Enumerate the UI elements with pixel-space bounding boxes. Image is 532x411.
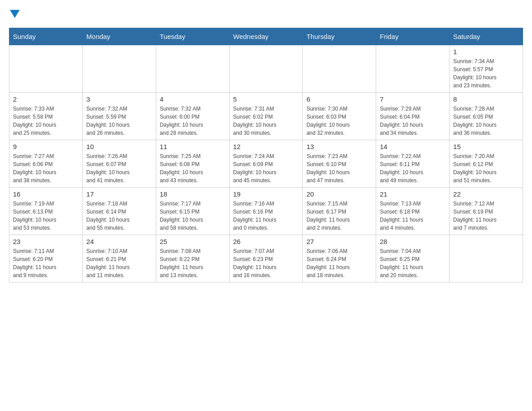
day-info: Sunrise: 7:30 AM Sunset: 6:03 PM Dayligh…: [306, 105, 372, 137]
day-number: 28: [380, 238, 446, 245]
day-info: Sunrise: 7:23 AM Sunset: 6:10 PM Dayligh…: [306, 152, 372, 184]
day-info: Sunrise: 7:31 AM Sunset: 6:02 PM Dayligh…: [233, 105, 299, 137]
weekday-header-thursday: Thursday: [303, 28, 376, 45]
calendar-cell: 3Sunrise: 7:32 AM Sunset: 5:59 PM Daylig…: [82, 93, 156, 140]
calendar-cell: 6Sunrise: 7:30 AM Sunset: 6:03 PM Daylig…: [303, 93, 376, 140]
logo: [9, 9, 20, 19]
calendar-cell: [82, 45, 156, 93]
day-number: 8: [453, 95, 519, 103]
day-number: 9: [13, 143, 79, 150]
weekday-header-row: SundayMondayTuesdayWednesdayThursdayFrid…: [9, 28, 523, 45]
day-info: Sunrise: 7:13 AM Sunset: 6:18 PM Dayligh…: [380, 200, 446, 232]
day-info: Sunrise: 7:15 AM Sunset: 6:17 PM Dayligh…: [306, 200, 372, 232]
day-number: 10: [86, 143, 152, 150]
calendar-cell: 18Sunrise: 7:17 AM Sunset: 6:15 PM Dayli…: [156, 188, 229, 235]
day-info: Sunrise: 7:34 AM Sunset: 5:57 PM Dayligh…: [453, 57, 519, 90]
day-info: Sunrise: 7:16 AM Sunset: 6:16 PM Dayligh…: [233, 200, 299, 232]
day-number: 25: [160, 238, 226, 245]
day-info: Sunrise: 7:32 AM Sunset: 5:59 PM Dayligh…: [86, 105, 152, 137]
day-number: 6: [306, 95, 372, 103]
day-number: 13: [306, 143, 372, 150]
calendar-week-5: 23Sunrise: 7:11 AM Sunset: 6:20 PM Dayli…: [9, 235, 523, 283]
calendar-cell: 12Sunrise: 7:24 AM Sunset: 6:09 PM Dayli…: [229, 140, 303, 188]
day-number: 14: [380, 143, 446, 150]
calendar-cell: 17Sunrise: 7:18 AM Sunset: 6:14 PM Dayli…: [82, 188, 156, 235]
page-header: [9, 9, 523, 19]
day-info: Sunrise: 7:24 AM Sunset: 6:09 PM Dayligh…: [233, 152, 299, 184]
calendar-cell: 10Sunrise: 7:26 AM Sunset: 6:07 PM Dayli…: [82, 140, 156, 188]
weekday-header-friday: Friday: [376, 28, 450, 45]
calendar-cell: [450, 235, 523, 283]
calendar-cell: 25Sunrise: 7:08 AM Sunset: 6:22 PM Dayli…: [156, 235, 229, 283]
calendar-cell: [303, 45, 376, 93]
calendar-cell: 24Sunrise: 7:10 AM Sunset: 6:21 PM Dayli…: [82, 235, 156, 283]
day-info: Sunrise: 7:06 AM Sunset: 6:24 PM Dayligh…: [306, 247, 372, 279]
weekday-header-wednesday: Wednesday: [229, 28, 303, 45]
day-info: Sunrise: 7:10 AM Sunset: 6:21 PM Dayligh…: [86, 247, 152, 279]
weekday-header-tuesday: Tuesday: [156, 28, 229, 45]
calendar-week-1: 1Sunrise: 7:34 AM Sunset: 5:57 PM Daylig…: [9, 45, 523, 93]
day-number: 16: [13, 190, 79, 198]
day-number: 4: [160, 95, 226, 103]
calendar-cell: 7Sunrise: 7:29 AM Sunset: 6:04 PM Daylig…: [376, 93, 450, 140]
calendar-cell: 13Sunrise: 7:23 AM Sunset: 6:10 PM Dayli…: [303, 140, 376, 188]
day-info: Sunrise: 7:11 AM Sunset: 6:20 PM Dayligh…: [13, 247, 79, 279]
day-number: 1: [453, 48, 519, 56]
day-number: 20: [306, 190, 372, 198]
day-number: 2: [13, 95, 79, 103]
day-info: Sunrise: 7:19 AM Sunset: 6:13 PM Dayligh…: [13, 200, 79, 232]
calendar-cell: 9Sunrise: 7:27 AM Sunset: 6:06 PM Daylig…: [9, 140, 83, 188]
day-info: Sunrise: 7:12 AM Sunset: 6:19 PM Dayligh…: [453, 200, 519, 232]
day-info: Sunrise: 7:33 AM Sunset: 5:58 PM Dayligh…: [13, 105, 79, 137]
weekday-header-sunday: Sunday: [9, 28, 83, 45]
calendar-cell: [229, 45, 303, 93]
calendar-cell: 22Sunrise: 7:12 AM Sunset: 6:19 PM Dayli…: [450, 188, 523, 235]
calendar-cell: 8Sunrise: 7:28 AM Sunset: 6:05 PM Daylig…: [450, 93, 523, 140]
calendar-cell: 4Sunrise: 7:32 AM Sunset: 6:00 PM Daylig…: [156, 93, 229, 140]
calendar-cell: 27Sunrise: 7:06 AM Sunset: 6:24 PM Dayli…: [303, 235, 376, 283]
day-info: Sunrise: 7:17 AM Sunset: 6:15 PM Dayligh…: [160, 200, 226, 232]
day-number: 5: [233, 95, 299, 103]
day-number: 3: [86, 95, 152, 103]
calendar-cell: [9, 45, 83, 93]
calendar-cell: 2Sunrise: 7:33 AM Sunset: 5:58 PM Daylig…: [9, 93, 83, 140]
weekday-header-monday: Monday: [82, 28, 156, 45]
day-info: Sunrise: 7:25 AM Sunset: 6:08 PM Dayligh…: [160, 152, 226, 184]
calendar-week-2: 2Sunrise: 7:33 AM Sunset: 5:58 PM Daylig…: [9, 93, 523, 140]
calendar-cell: 20Sunrise: 7:15 AM Sunset: 6:17 PM Dayli…: [303, 188, 376, 235]
day-info: Sunrise: 7:22 AM Sunset: 6:11 PM Dayligh…: [380, 152, 446, 184]
day-info: Sunrise: 7:27 AM Sunset: 6:06 PM Dayligh…: [13, 152, 79, 184]
day-info: Sunrise: 7:04 AM Sunset: 6:25 PM Dayligh…: [380, 247, 446, 279]
calendar-cell: 11Sunrise: 7:25 AM Sunset: 6:08 PM Dayli…: [156, 140, 229, 188]
logo-arrow-icon: [10, 10, 20, 19]
calendar-cell: 23Sunrise: 7:11 AM Sunset: 6:20 PM Dayli…: [9, 235, 83, 283]
day-number: 27: [306, 238, 372, 245]
day-number: 15: [453, 143, 519, 150]
calendar-week-3: 9Sunrise: 7:27 AM Sunset: 6:06 PM Daylig…: [9, 140, 523, 188]
day-number: 17: [86, 190, 152, 198]
calendar-week-4: 16Sunrise: 7:19 AM Sunset: 6:13 PM Dayli…: [9, 188, 523, 235]
calendar-cell: [376, 45, 450, 93]
calendar-cell: 14Sunrise: 7:22 AM Sunset: 6:11 PM Dayli…: [376, 140, 450, 188]
calendar-cell: 19Sunrise: 7:16 AM Sunset: 6:16 PM Dayli…: [229, 188, 303, 235]
day-info: Sunrise: 7:18 AM Sunset: 6:14 PM Dayligh…: [86, 200, 152, 232]
day-number: 11: [160, 143, 226, 150]
weekday-header-saturday: Saturday: [450, 28, 523, 45]
day-number: 12: [233, 143, 299, 150]
calendar-cell: 16Sunrise: 7:19 AM Sunset: 6:13 PM Dayli…: [9, 188, 83, 235]
day-info: Sunrise: 7:32 AM Sunset: 6:00 PM Dayligh…: [160, 105, 226, 137]
day-info: Sunrise: 7:29 AM Sunset: 6:04 PM Dayligh…: [380, 105, 446, 137]
calendar-cell: 26Sunrise: 7:07 AM Sunset: 6:23 PM Dayli…: [229, 235, 303, 283]
day-info: Sunrise: 7:26 AM Sunset: 6:07 PM Dayligh…: [86, 152, 152, 184]
calendar-cell: [156, 45, 229, 93]
calendar-table: SundayMondayTuesdayWednesdayThursdayFrid…: [9, 28, 523, 283]
day-info: Sunrise: 7:20 AM Sunset: 6:12 PM Dayligh…: [453, 152, 519, 184]
calendar-cell: 28Sunrise: 7:04 AM Sunset: 6:25 PM Dayli…: [376, 235, 450, 283]
calendar-cell: 15Sunrise: 7:20 AM Sunset: 6:12 PM Dayli…: [450, 140, 523, 188]
calendar-cell: 5Sunrise: 7:31 AM Sunset: 6:02 PM Daylig…: [229, 93, 303, 140]
day-number: 21: [380, 190, 446, 198]
day-info: Sunrise: 7:08 AM Sunset: 6:22 PM Dayligh…: [160, 247, 226, 279]
day-number: 26: [233, 238, 299, 245]
day-number: 23: [13, 238, 79, 245]
day-info: Sunrise: 7:28 AM Sunset: 6:05 PM Dayligh…: [453, 105, 519, 137]
